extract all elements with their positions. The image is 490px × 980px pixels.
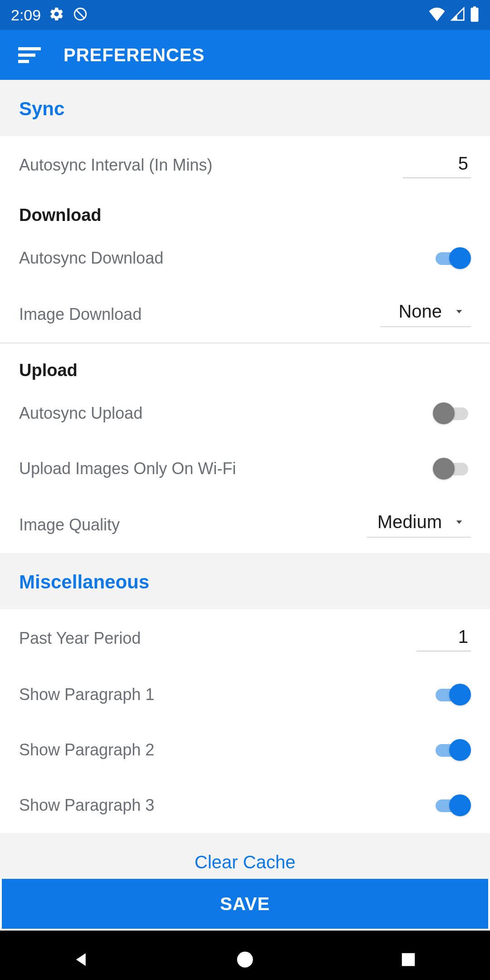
content-scroll[interactable]: Sync Autosync Interval (In Mins) Downloa… bbox=[0, 80, 490, 879]
status-bar: 2:09 bbox=[0, 0, 490, 30]
section-misc-header: Miscellaneous bbox=[0, 553, 490, 609]
show-p2-label: Show Paragraph 2 bbox=[19, 740, 154, 760]
nav-back-button[interactable] bbox=[36, 941, 127, 978]
nav-recent-button[interactable] bbox=[363, 941, 454, 978]
menu-icon[interactable] bbox=[18, 46, 41, 64]
status-time: 2:09 bbox=[11, 6, 41, 24]
upload-wifi-toggle[interactable] bbox=[433, 456, 471, 481]
past-year-label: Past Year Period bbox=[19, 629, 141, 648]
image-quality-select[interactable]: Medium bbox=[367, 512, 471, 538]
autosync-upload-toggle[interactable] bbox=[433, 401, 471, 426]
app-bar: PREFERENCES bbox=[0, 30, 490, 80]
battery-icon bbox=[470, 6, 479, 24]
image-download-select[interactable]: None bbox=[380, 301, 471, 327]
signal-icon bbox=[450, 7, 466, 23]
show-p3-toggle[interactable] bbox=[433, 793, 471, 818]
wifi-icon bbox=[428, 7, 446, 23]
clear-cache-button[interactable]: Clear Cache bbox=[0, 833, 490, 879]
show-p1-toggle[interactable] bbox=[433, 682, 471, 707]
nav-home-button[interactable] bbox=[200, 941, 290, 978]
past-year-input[interactable] bbox=[416, 625, 471, 652]
footer: Clear Cache bbox=[0, 833, 490, 879]
svg-rect-1 bbox=[402, 953, 415, 966]
svg-point-0 bbox=[237, 952, 253, 968]
show-p1-label: Show Paragraph 1 bbox=[19, 685, 154, 704]
autosync-download-toggle[interactable] bbox=[433, 246, 471, 270]
upload-subheader: Upload bbox=[19, 343, 471, 386]
page-title: PREFERENCES bbox=[64, 45, 205, 65]
save-button[interactable]: SAVE bbox=[2, 879, 488, 929]
image-download-label: Image Download bbox=[19, 305, 142, 324]
download-subheader: Download bbox=[19, 194, 471, 230]
section-sync-header: Sync bbox=[0, 80, 490, 136]
show-p3-label: Show Paragraph 3 bbox=[19, 796, 154, 815]
autosync-download-label: Autosync Download bbox=[19, 249, 163, 268]
nav-bar bbox=[0, 931, 490, 980]
autosync-upload-label: Autosync Upload bbox=[19, 404, 142, 423]
chevron-down-icon bbox=[450, 515, 468, 529]
show-p2-toggle[interactable] bbox=[433, 738, 471, 762]
chevron-down-icon bbox=[450, 305, 468, 318]
upload-wifi-label: Upload Images Only On Wi-Fi bbox=[19, 459, 236, 478]
image-quality-label: Image Quality bbox=[19, 515, 120, 534]
gear-icon bbox=[49, 6, 64, 24]
autosync-interval-input[interactable] bbox=[403, 152, 471, 178]
no-sync-icon bbox=[73, 6, 88, 24]
autosync-interval-label: Autosync Interval (In Mins) bbox=[19, 156, 212, 175]
